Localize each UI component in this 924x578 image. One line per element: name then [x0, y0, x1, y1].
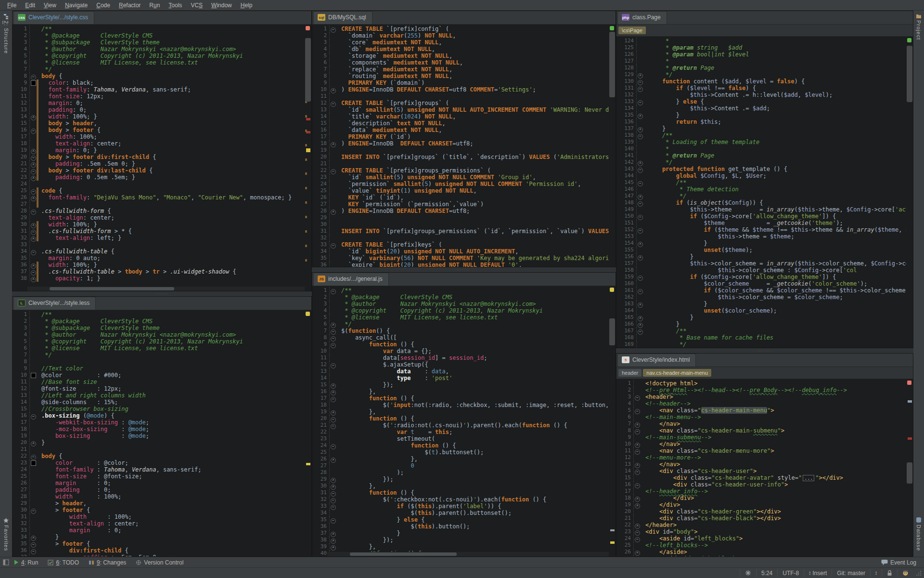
gutter-space — [336, 442, 338, 449]
insert-mode-toggle[interactable]: ▴▾Insert — [804, 569, 832, 577]
tool-button-event-log[interactable]: Event Log — [876, 558, 921, 567]
splitter[interactable]: ······ — [12, 291, 312, 296]
tab-general-js[interactable]: JSincludes/.../general.js — [313, 273, 389, 286]
breadcrumb-item[interactable]: nav.cs-header-main-menu — [643, 369, 711, 377]
code-area[interactable]: 124 *125 * @param string $add126 * @para… — [616, 37, 906, 348]
line-number: 36 — [13, 262, 30, 268]
tab-style-css[interactable]: cssCleverStyle/.../style.css — [13, 11, 94, 24]
menu-item-vcs[interactable]: VCS — [186, 1, 207, 10]
menu-item-view[interactable]: View — [39, 1, 61, 10]
code-line: 16− body > footer { — [13, 127, 305, 133]
code-area[interactable]: 1<!doctype html>2<!--pre_Html--><!--head… — [616, 379, 906, 556]
fold-marker-icon[interactable]: ˄ — [31, 277, 36, 282]
splitter[interactable]: ······ — [616, 348, 913, 353]
code-area[interactable]: 1−/**2 * @package CleverStyle CMS3 * @au… — [312, 286, 609, 556]
horizontal-scrollbar-track[interactable] — [27, 287, 305, 291]
hector-inspector-icon[interactable] — [897, 569, 913, 577]
menu-item-file[interactable]: File — [3, 1, 21, 10]
tool-button-9-changes[interactable]: 9: Changes — [84, 558, 131, 567]
line-number: 161 — [616, 287, 637, 294]
vertical-scrollbar-thumb[interactable] — [907, 46, 912, 102]
inspection-profile-icon[interactable] — [740, 569, 756, 577]
horizontal-scrollbar-thumb[interactable] — [50, 287, 174, 290]
code-line: 22−CREATE TABLE `[prefix]groups_permissi… — [312, 167, 609, 174]
code-line: 4<!--header--> — [616, 400, 906, 407]
horizontal-scrollbar-track[interactable] — [327, 552, 609, 556]
code-line: 37 padding : .5em .5em 0; — [13, 554, 305, 556]
scroll-mode-icon[interactable]: ▴▾ — [870, 569, 882, 577]
tab-mysql-sql[interactable]: sqlDB/MySQL.sql — [313, 11, 372, 24]
code-line: 140 * — [616, 145, 906, 152]
caret-position[interactable]: 5:24 — [756, 569, 777, 577]
menu-item-tools[interactable]: Tools — [164, 1, 186, 10]
line-number: 37 — [13, 554, 30, 556]
line-number: 12 — [616, 454, 634, 461]
tool-button-database[interactable]: Database — [913, 514, 924, 554]
gutter-space — [37, 358, 38, 365]
tool-button-favorites[interactable]: Favorites — [0, 514, 12, 554]
breadcrumb-item[interactable]: \cs\Page — [618, 26, 646, 34]
code-area[interactable]: 1/**2 * @package CleverStyle CMS3 * @sub… — [13, 310, 305, 556]
tool-button-6-todo[interactable]: 6: TODO — [43, 558, 84, 567]
menu-item-help[interactable]: Help — [236, 1, 257, 10]
gutter-space — [643, 260, 645, 267]
code-line: 33− if ($(this).parent('label')) { — [312, 503, 609, 510]
tab-index-html[interactable]: 5CleverStyle/index.html — [617, 354, 696, 367]
code-line: 3−<header> — [616, 394, 906, 400]
line-number: 4 — [616, 400, 634, 407]
resize-grip[interactable] — [915, 570, 922, 577]
gutter-space — [336, 46, 338, 53]
gutter-space — [37, 399, 38, 406]
vcs-change-bar — [37, 113, 38, 120]
line-number: 23 — [312, 174, 330, 181]
menu-item-window[interactable]: Window — [207, 1, 236, 10]
code-line: 14˄ width: 100%; } — [13, 113, 305, 120]
code-line: 129˄ */ — [616, 71, 906, 78]
tab-style-less[interactable]: LCleverStyle/.../style.less — [13, 297, 96, 310]
gutter-space — [641, 414, 642, 420]
code-line: 147˄ */ — [616, 193, 906, 199]
vertical-scrollbar-thumb[interactable] — [609, 32, 615, 97]
code-area[interactable]: 1/**2 * @package CleverStyle CMS3 * @sub… — [13, 25, 305, 291]
gutter-space — [641, 508, 642, 515]
gutter-space — [641, 515, 642, 522]
gutter-space — [641, 501, 642, 508]
code-line: 139 * Loading of theme template — [616, 139, 906, 145]
file-encoding[interactable]: UTF-8 — [777, 569, 804, 577]
tab-class-page[interactable]: phpclass.Page — [617, 11, 667, 24]
lock-icon[interactable] — [882, 569, 897, 577]
menu-item-edit[interactable]: Edit — [21, 1, 39, 10]
code-area[interactable]: 1−CREATE TABLE `[prefix]config` (2 `doma… — [312, 25, 609, 267]
line-number: 6 — [616, 414, 634, 420]
line-number: 23 — [312, 435, 330, 442]
gutter-space — [336, 429, 338, 435]
splitter[interactable]: ······ — [312, 267, 616, 272]
tool-button-2-structure[interactable]: 2: Structure — [0, 11, 12, 57]
vertical-scrollbar-thumb[interactable] — [907, 462, 912, 484]
line-number: 26 — [312, 456, 330, 462]
menu-item-navigate[interactable]: Navigate — [61, 1, 92, 10]
line-number: 2 — [312, 294, 330, 301]
tool-button-4-run[interactable]: 4: Run — [9, 558, 43, 567]
stripe-vcs-mark — [305, 158, 307, 161]
code-line: 7 */ — [13, 352, 305, 358]
tool-button-project[interactable]: Project — [913, 11, 924, 43]
code-line: 16 `data` mediumtext NOT NULL, — [312, 127, 609, 133]
menu-item-refactor[interactable]: Refactor — [115, 1, 145, 10]
horizontal-scrollbar-thumb[interactable] — [350, 552, 457, 556]
tool-button-version-control[interactable]: Version Control — [131, 558, 188, 567]
code-line: 1/** — [13, 26, 305, 32]
code-line: 148− if (is_object($Config)) { — [616, 199, 906, 206]
vertical-scrollbar-thumb[interactable] — [305, 38, 311, 102]
code-line: 154˄ } — [616, 240, 906, 247]
code-line: 20− body > footer div:first-child { — [13, 154, 305, 160]
line-number: 162 — [616, 294, 637, 301]
menu-item-run[interactable]: Run — [145, 1, 164, 10]
git-branch-widget[interactable]: Git: master — [832, 569, 870, 577]
breadcrumb-item[interactable]: header — [618, 369, 642, 377]
menu-item-code[interactable]: Code — [92, 1, 115, 10]
line-number: 154 — [616, 240, 637, 247]
tool-window-switcher-icon[interactable] — [3, 559, 9, 565]
vertical-scrollbar-thumb[interactable] — [609, 318, 615, 345]
vcs-change-bar — [37, 194, 38, 201]
